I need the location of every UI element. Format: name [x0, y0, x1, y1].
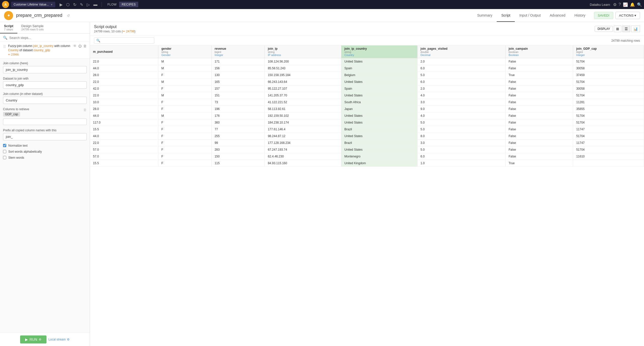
cell-m_purchased: 22.0: [90, 92, 158, 99]
left-tab-design[interactable]: Design Sample 24799 rows 5 cols: [17, 22, 48, 33]
prefix-label: Prefix all copied column names with this: [3, 129, 87, 132]
nav-flow-btn[interactable]: FLOW: [105, 2, 119, 7]
matching-rows: 24799 matching rows: [611, 39, 640, 42]
cell-m_purchased: 22.0: [90, 58, 158, 65]
project-name[interactable]: Customer Lifetime Value... ▼: [11, 2, 55, 7]
nav-separator: [102, 2, 102, 7]
cell-revenue: 151: [211, 92, 265, 99]
table-row: 10.0F7341.122.221.52South Africa3.0False…: [90, 99, 644, 106]
country-col-link[interactable]: Country: [8, 48, 19, 52]
chart-view-btn[interactable]: 📊: [631, 26, 640, 32]
cell-revenue: 99: [211, 140, 265, 146]
stem-checkbox[interactable]: [3, 156, 6, 159]
cell-join_ip: 141.205.37.70: [265, 92, 341, 99]
recipe-bar: ✦ prepare_crm_prepared ↺ Summary Script …: [0, 9, 644, 22]
analytics-icon[interactable]: 📈: [623, 2, 628, 7]
cell-gender: M: [158, 79, 211, 85]
nav-icons: ▶ ⬡ ↻ ✎ ▷ ▬: [58, 2, 99, 8]
table-container: m_purchased gender string Gender revenue…: [90, 45, 644, 346]
local-stream[interactable]: Local stream ⚙: [49, 338, 70, 341]
cell-join_GDP_cap: 30058: [573, 65, 644, 72]
meta-link[interactable]: ✏ 24799: [123, 30, 134, 33]
search-steps-input[interactable]: [9, 36, 87, 40]
table-body: 22.0M171108.124.56.200United States2.0Fa…: [90, 58, 644, 167]
tab-script[interactable]: Script: [497, 9, 515, 22]
dataset-join-input[interactable]: [3, 81, 87, 89]
recipe-sync-icon[interactable]: ↺: [67, 14, 70, 18]
cell-join_campain: False: [505, 119, 573, 126]
table-icon[interactable]: ▬: [92, 2, 99, 8]
step-id-text: ✏ 23966: [8, 53, 19, 56]
toggle-icon[interactable]: ⏻: [78, 44, 82, 48]
actions-button[interactable]: ACTIONS ▾: [615, 12, 640, 19]
run-button[interactable]: ▶ RUN ⚙: [20, 335, 46, 343]
join-column-other-input[interactable]: [3, 97, 87, 104]
tab-summary[interactable]: Summary: [473, 9, 497, 22]
nav-recipes-btn[interactable]: RECIPES: [119, 2, 138, 7]
data-table: m_purchased gender string Gender revenue…: [90, 45, 644, 167]
normalize-checkbox[interactable]: [3, 144, 6, 147]
cell-join_pages_visited: 6.0: [417, 65, 505, 72]
edit-icon[interactable]: ✎: [79, 2, 84, 8]
table-search-bar: 🔍: [94, 37, 154, 44]
chevron-down-icon: ▼: [51, 3, 53, 6]
notifications-icon[interactable]: 🔔: [630, 2, 635, 7]
cell-gender: M: [158, 92, 211, 99]
settings-icon[interactable]: ⚙: [613, 2, 617, 7]
tab-history[interactable]: History: [570, 9, 590, 22]
db-icon[interactable]: ⬡: [65, 2, 71, 8]
table-row: 42.0F15795.122.27.107Spain2.0False30058: [90, 85, 644, 92]
project-name-text: Customer Lifetime Value...: [14, 3, 49, 6]
cell-join_ip_country: United Kingdom: [341, 160, 418, 167]
join-column-label: Join column (here): [3, 62, 87, 65]
cell-join_pages_visited: 6.0: [417, 153, 505, 160]
cell-join_ip: 84.93.115.160: [265, 160, 341, 167]
cell-join_campain: False: [505, 140, 573, 146]
cell-join_GDP_cap: 37459: [573, 72, 644, 79]
table-search-input[interactable]: [102, 39, 152, 42]
tab-advanced[interactable]: Advanced: [545, 9, 570, 22]
cell-join_GDP_cap: 51704: [573, 112, 644, 119]
dataset-link[interactable]: country_gdp: [33, 48, 50, 52]
eye-icon[interactable]: 👁: [73, 44, 77, 48]
col-header-join_pages_visited: join_pages_visited double Decimal: [417, 45, 505, 58]
saved-button[interactable]: SAVED!: [594, 12, 613, 19]
prefix-group: Prefix all copied column names with this: [3, 129, 87, 140]
refresh-icon[interactable]: ↻: [72, 2, 78, 8]
trash-col-icon[interactable]: 🗑: [83, 108, 87, 112]
run-icon[interactable]: ▷: [85, 2, 91, 8]
cell-join_campain: False: [505, 153, 573, 160]
join-column-other-group: Join column (in other dataset): [3, 92, 87, 104]
table-row: 22.0M151141.205.37.70United States4.0Fal…: [90, 92, 644, 99]
cell-gender: M: [158, 112, 211, 119]
tab-input-output[interactable]: Input / Output: [515, 9, 545, 22]
cell-join_ip: 184.238.10.174: [265, 119, 341, 126]
cell-join_ip_country: Spain: [341, 65, 418, 72]
cell-join_ip_country: Montenegro: [341, 153, 418, 160]
step-item[interactable]: ⠿ Fuzzy-join column join_ip_country with…: [0, 42, 90, 58]
search-icon[interactable]: 🔍: [637, 2, 642, 7]
left-tab-script[interactable]: Script 7 steps: [0, 22, 17, 33]
cell-join_campain: False: [505, 58, 573, 65]
display-button[interactable]: DISPLAY: [595, 26, 613, 32]
cell-join_ip: 41.122.221.52: [265, 99, 341, 106]
cell-join_campain: False: [505, 133, 573, 140]
cell-gender: M: [158, 65, 211, 72]
search-bar: 🔍: [0, 34, 90, 42]
cell-m_purchased: 28.0: [90, 106, 158, 112]
trash-step-icon[interactable]: 🗑: [83, 44, 87, 48]
help-icon[interactable]: ?: [619, 2, 621, 7]
cell-join_campain: False: [505, 106, 573, 112]
join-column-input[interactable]: [3, 66, 87, 73]
list-view-btn[interactable]: ☰: [622, 26, 630, 32]
join-col-link[interactable]: join_ip_country: [33, 44, 54, 48]
col-add-input[interactable]: [3, 119, 87, 125]
sort-checkbox[interactable]: [3, 150, 6, 153]
cell-join_pages_visited: 8.0: [417, 133, 505, 140]
cell-m_purchased: 44.0: [90, 133, 158, 140]
pipeline-icon[interactable]: ▶: [58, 2, 64, 8]
nav-right-icons: ⚙ ? 📈 🔔 🔍: [613, 2, 642, 7]
grid-view-btn[interactable]: ⊞: [614, 26, 621, 32]
cell-join_pages_visited: 5.0: [417, 119, 505, 126]
prefix-input[interactable]: [3, 133, 87, 140]
